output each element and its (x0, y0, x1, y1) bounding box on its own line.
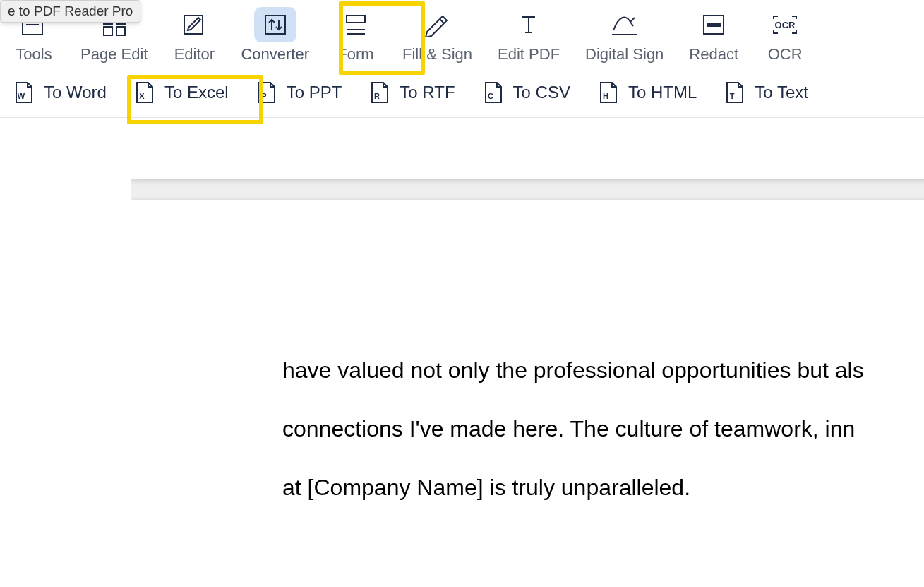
digital-sign-button[interactable]: Digital Sign (572, 7, 676, 64)
converter-label: Converter (241, 45, 309, 64)
svg-rect-8 (707, 23, 721, 27)
workspace: have valued not only the professional op… (0, 118, 924, 578)
file-rtf-icon: R (368, 81, 391, 105)
document-text-line: connections I've made here. The culture … (282, 400, 924, 458)
tooltip-upgrade: e to PDF Reader Pro (0, 0, 140, 23)
to-word-button[interactable]: W To Word (13, 81, 107, 105)
editor-icon (173, 7, 215, 42)
file-word-icon: W (13, 81, 35, 105)
svg-text:H: H (603, 92, 608, 100)
svg-text:W: W (18, 92, 25, 100)
file-ppt-icon: P (256, 81, 278, 105)
svg-text:R: R (374, 92, 380, 100)
ocr-label: OCR (768, 45, 803, 64)
redact-button[interactable]: Redact (676, 7, 751, 64)
ocr-icon: OCR (764, 7, 806, 42)
converter-icon (254, 7, 296, 42)
to-text-label: To Text (755, 83, 808, 102)
svg-text:OCR: OCR (775, 20, 796, 30)
to-text-button[interactable]: T To Text (724, 81, 808, 105)
document-text-line: have valued not only the professional op… (282, 341, 924, 400)
svg-text:P: P (261, 92, 266, 100)
to-csv-button[interactable]: C To CSV (482, 81, 570, 105)
file-excel-icon: X (133, 81, 156, 105)
digital-sign-icon (604, 7, 646, 42)
fill-sign-label: Fill & Sign (402, 45, 472, 64)
editor-label: Editor (174, 45, 215, 64)
form-icon (335, 7, 377, 42)
page-viewport[interactable]: have valued not only the professional op… (131, 118, 924, 578)
document-text-line: at [Company Name] is truly unparalleled. (282, 458, 924, 517)
form-label: Form (337, 45, 373, 64)
thumbnail-sidebar[interactable] (0, 118, 131, 578)
page-current[interactable]: have valued not only the professional op… (131, 200, 924, 578)
fill-sign-button[interactable]: Fill & Sign (390, 7, 485, 64)
edit-pdf-icon (508, 7, 550, 42)
to-excel-label: To Excel (164, 83, 229, 102)
to-csv-label: To CSV (513, 83, 570, 102)
to-ppt-label: To PPT (287, 83, 342, 102)
to-html-button[interactable]: H To HTML (597, 81, 697, 105)
to-ppt-button[interactable]: P To PPT (256, 81, 342, 105)
converter-button[interactable]: Converter (228, 7, 322, 64)
redact-icon (692, 7, 735, 42)
svg-rect-6 (347, 16, 365, 23)
tools-label: Tools (16, 45, 52, 64)
page-previous[interactable] (131, 118, 924, 179)
digital-sign-label: Digital Sign (585, 45, 664, 64)
form-button[interactable]: Form (322, 7, 390, 64)
svg-rect-3 (116, 27, 125, 35)
editor-button[interactable]: Editor (160, 7, 228, 64)
file-text-icon: T (724, 81, 746, 105)
file-html-icon: H (597, 81, 620, 105)
redact-label: Redact (689, 45, 738, 64)
convert-toolbar: W To Word X To Excel P To PPT R To RTF C… (0, 68, 924, 118)
to-excel-button[interactable]: X To Excel (133, 81, 229, 105)
svg-rect-2 (104, 27, 112, 35)
svg-text:T: T (730, 92, 735, 100)
to-html-label: To HTML (628, 83, 697, 102)
file-csv-icon: C (482, 81, 505, 105)
fill-sign-icon (416, 7, 459, 42)
svg-text:X: X (139, 92, 145, 100)
edit-pdf-button[interactable]: Edit PDF (485, 7, 572, 64)
page-edit-label: Page Edit (80, 45, 148, 64)
ocr-button[interactable]: OCR OCR (751, 7, 819, 64)
edit-pdf-label: Edit PDF (498, 45, 560, 64)
to-rtf-button[interactable]: R To RTF (368, 81, 455, 105)
svg-text:C: C (488, 92, 493, 100)
svg-rect-5 (265, 16, 285, 34)
to-rtf-label: To RTF (400, 83, 455, 102)
to-word-label: To Word (44, 83, 107, 102)
